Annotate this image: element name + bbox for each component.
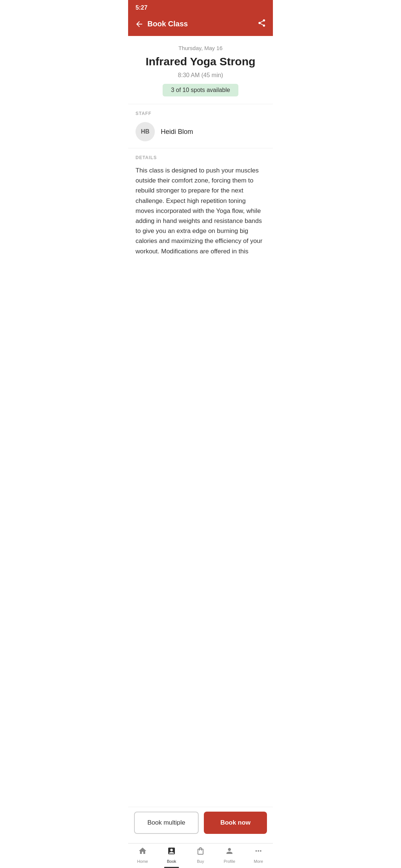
status-time: 5:27 <box>136 4 147 11</box>
staff-section: STAFF HB Heidi Blom <box>128 104 273 148</box>
staff-name: Heidi Blom <box>161 128 193 136</box>
staff-section-title: STAFF <box>136 111 265 116</box>
back-button[interactable] <box>135 20 144 29</box>
staff-avatar: HB <box>136 122 155 141</box>
details-text: This class is designed to push your musc… <box>136 165 265 256</box>
share-button[interactable] <box>257 19 266 29</box>
header-title: Book Class <box>147 20 188 28</box>
back-icon <box>135 20 144 29</box>
class-name: Infrared Yoga Strong <box>136 55 265 68</box>
details-section-title: DETAILS <box>136 155 265 160</box>
share-icon <box>257 19 266 27</box>
spots-badge: 3 of 10 spots available <box>163 84 238 96</box>
header-left: Book Class <box>135 20 188 29</box>
header: Book Class <box>128 14 273 36</box>
status-bar: 5:27 <box>128 0 273 14</box>
staff-row: HB Heidi Blom <box>136 122 265 141</box>
class-info: Thursday, May 16 Infrared Yoga Strong 8:… <box>128 36 273 104</box>
class-time: 8:30 AM (45 min) <box>136 72 265 79</box>
details-section: DETAILS This class is designed to push y… <box>128 148 273 301</box>
class-date: Thursday, May 16 <box>136 45 265 51</box>
